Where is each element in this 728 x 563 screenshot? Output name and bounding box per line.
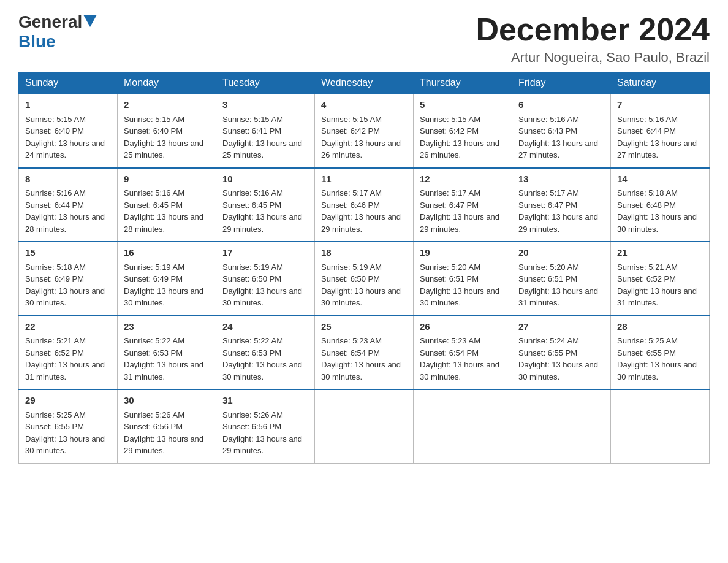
- sunset-text: Sunset: 6:47 PM: [518, 201, 577, 210]
- daylight-text: Daylight: 13 hours and 29 minutes.: [124, 434, 203, 456]
- day-number: 4: [321, 98, 407, 112]
- logo-blue-text: Blue: [18, 32, 56, 51]
- sunrise-text: Sunrise: 5:16 AM: [124, 188, 184, 197]
- day-number: 28: [617, 320, 703, 334]
- day-number: 14: [617, 172, 703, 186]
- sunrise-text: Sunrise: 5:23 AM: [420, 336, 480, 345]
- sunrise-text: Sunrise: 5:17 AM: [420, 188, 480, 197]
- calendar-week-5: 29Sunrise: 5:25 AMSunset: 6:55 PMDayligh…: [19, 389, 710, 463]
- sunrise-text: Sunrise: 5:15 AM: [25, 115, 86, 124]
- sunset-text: Sunset: 6:55 PM: [518, 348, 577, 358]
- sunrise-text: Sunrise: 5:19 AM: [124, 262, 184, 272]
- sunset-text: Sunset: 6:47 PM: [420, 201, 479, 210]
- day-number: 9: [124, 172, 210, 186]
- sunrise-text: Sunrise: 5:26 AM: [222, 410, 283, 419]
- daylight-text: Daylight: 13 hours and 29 minutes.: [222, 212, 302, 234]
- day-number: 6: [518, 98, 604, 112]
- sunset-text: Sunset: 6:54 PM: [420, 348, 479, 358]
- sunrise-text: Sunrise: 5:15 AM: [222, 115, 283, 124]
- sunset-text: Sunset: 6:54 PM: [321, 348, 380, 358]
- daylight-text: Daylight: 13 hours and 30 minutes.: [420, 286, 499, 308]
- day-number: 7: [617, 98, 703, 112]
- calendar-cell: 21Sunrise: 5:21 AMSunset: 6:52 PMDayligh…: [611, 242, 710, 316]
- calendar-header-friday: Friday: [512, 72, 611, 94]
- calendar-week-4: 22Sunrise: 5:21 AMSunset: 6:52 PMDayligh…: [19, 316, 710, 390]
- sunrise-text: Sunrise: 5:21 AM: [25, 336, 86, 345]
- sunrise-text: Sunrise: 5:16 AM: [25, 188, 86, 197]
- calendar-cell: 31Sunrise: 5:26 AMSunset: 6:56 PMDayligh…: [216, 389, 315, 463]
- calendar-week-1: 1Sunrise: 5:15 AMSunset: 6:40 PMDaylight…: [19, 94, 710, 168]
- sunset-text: Sunset: 6:45 PM: [124, 201, 183, 210]
- calendar-cell: 22Sunrise: 5:21 AMSunset: 6:52 PMDayligh…: [19, 316, 118, 390]
- sunset-text: Sunset: 6:42 PM: [321, 126, 380, 136]
- sunset-text: Sunset: 6:52 PM: [617, 274, 676, 283]
- calendar-cell: 15Sunrise: 5:18 AMSunset: 6:49 PMDayligh…: [19, 242, 118, 316]
- sunrise-text: Sunrise: 5:15 AM: [321, 115, 382, 124]
- daylight-text: Daylight: 13 hours and 30 minutes.: [321, 360, 401, 381]
- day-number: 2: [124, 98, 210, 112]
- logo-general-text: General: [18, 12, 82, 32]
- sunrise-text: Sunrise: 5:16 AM: [617, 115, 678, 124]
- sunset-text: Sunset: 6:44 PM: [617, 126, 676, 136]
- sunset-text: Sunset: 6:42 PM: [420, 126, 479, 136]
- sunrise-text: Sunrise: 5:16 AM: [518, 115, 579, 124]
- daylight-text: Daylight: 13 hours and 28 minutes.: [25, 212, 105, 234]
- sunset-text: Sunset: 6:53 PM: [124, 348, 183, 358]
- title-area: December 2024 Artur Nogueira, Sao Paulo,…: [476, 12, 710, 66]
- calendar-cell: 23Sunrise: 5:22 AMSunset: 6:53 PMDayligh…: [118, 316, 216, 390]
- calendar-week-3: 15Sunrise: 5:18 AMSunset: 6:49 PMDayligh…: [19, 242, 710, 316]
- day-number: 25: [321, 320, 407, 334]
- day-number: 31: [222, 394, 308, 408]
- calendar-cell: 19Sunrise: 5:20 AMSunset: 6:51 PMDayligh…: [414, 242, 512, 316]
- daylight-text: Daylight: 13 hours and 26 minutes.: [420, 139, 499, 160]
- daylight-text: Daylight: 13 hours and 30 minutes.: [124, 286, 203, 308]
- sunrise-text: Sunrise: 5:15 AM: [124, 115, 184, 124]
- sunset-text: Sunset: 6:43 PM: [518, 126, 577, 136]
- calendar-table: SundayMondayTuesdayWednesdayThursdayFrid…: [18, 72, 710, 464]
- calendar-cell: 4Sunrise: 5:15 AMSunset: 6:42 PMDaylight…: [315, 94, 414, 168]
- daylight-text: Daylight: 13 hours and 27 minutes.: [617, 139, 697, 160]
- sunset-text: Sunset: 6:56 PM: [124, 422, 183, 431]
- sunrise-text: Sunrise: 5:25 AM: [25, 410, 86, 419]
- sunset-text: Sunset: 6:41 PM: [222, 126, 281, 136]
- sunrise-text: Sunrise: 5:22 AM: [222, 336, 283, 345]
- daylight-text: Daylight: 13 hours and 30 minutes.: [222, 286, 302, 308]
- sunrise-text: Sunrise: 5:19 AM: [321, 262, 382, 272]
- day-number: 23: [124, 320, 210, 334]
- calendar-cell: 9Sunrise: 5:16 AMSunset: 6:45 PMDaylight…: [118, 168, 216, 242]
- daylight-text: Daylight: 13 hours and 30 minutes.: [321, 286, 401, 308]
- sunrise-text: Sunrise: 5:15 AM: [420, 115, 480, 124]
- calendar-cell: 20Sunrise: 5:20 AMSunset: 6:51 PMDayligh…: [512, 242, 611, 316]
- daylight-text: Daylight: 13 hours and 30 minutes.: [222, 360, 302, 381]
- logo: General Blue: [18, 12, 98, 52]
- calendar-header-sunday: Sunday: [19, 72, 118, 94]
- calendar-cell: 30Sunrise: 5:26 AMSunset: 6:56 PMDayligh…: [118, 389, 216, 463]
- logo-icon: [82, 16, 98, 28]
- sunrise-text: Sunrise: 5:17 AM: [518, 188, 579, 197]
- sunset-text: Sunset: 6:40 PM: [124, 126, 183, 136]
- calendar-header-monday: Monday: [118, 72, 216, 94]
- sunrise-text: Sunrise: 5:18 AM: [25, 262, 86, 272]
- daylight-text: Daylight: 13 hours and 25 minutes.: [124, 139, 203, 160]
- calendar-cell: 29Sunrise: 5:25 AMSunset: 6:55 PMDayligh…: [19, 389, 118, 463]
- sunrise-text: Sunrise: 5:17 AM: [321, 188, 382, 197]
- daylight-text: Daylight: 13 hours and 29 minutes.: [518, 212, 598, 234]
- sunrise-text: Sunrise: 5:19 AM: [222, 262, 283, 272]
- sunset-text: Sunset: 6:50 PM: [321, 274, 380, 283]
- day-number: 17: [222, 246, 308, 260]
- calendar-cell: 12Sunrise: 5:17 AMSunset: 6:47 PMDayligh…: [414, 168, 512, 242]
- day-number: 8: [25, 172, 111, 186]
- daylight-text: Daylight: 13 hours and 30 minutes.: [617, 212, 697, 234]
- day-number: 30: [124, 394, 210, 408]
- page-header: General Blue December 2024 Artur Nogueir…: [18, 12, 710, 66]
- sunset-text: Sunset: 6:46 PM: [321, 201, 380, 210]
- sunset-text: Sunset: 6:49 PM: [124, 274, 183, 283]
- sunset-text: Sunset: 6:51 PM: [518, 274, 577, 283]
- daylight-text: Daylight: 13 hours and 29 minutes.: [420, 212, 499, 234]
- daylight-text: Daylight: 13 hours and 31 minutes.: [25, 360, 105, 381]
- calendar-header-row: SundayMondayTuesdayWednesdayThursdayFrid…: [19, 72, 710, 94]
- daylight-text: Daylight: 13 hours and 30 minutes.: [420, 360, 499, 381]
- calendar-cell: 13Sunrise: 5:17 AMSunset: 6:47 PMDayligh…: [512, 168, 611, 242]
- daylight-text: Daylight: 13 hours and 29 minutes.: [222, 434, 302, 456]
- day-number: 20: [518, 246, 604, 260]
